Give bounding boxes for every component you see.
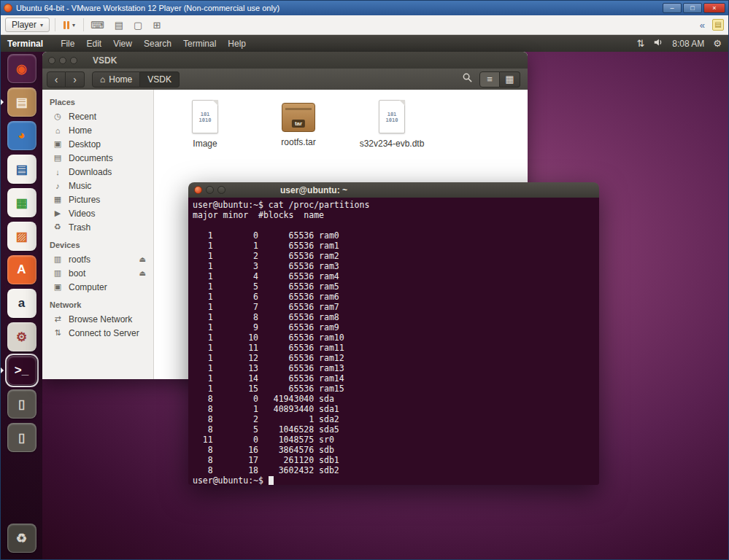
- terminal-screen[interactable]: user@ubuntu:~$ cat /proc/partitions majo…: [188, 198, 599, 485]
- devices-header: Devices: [42, 234, 153, 252]
- sidebar-item[interactable]: ▣ Desktop: [42, 137, 153, 151]
- launcher-item[interactable]: ▤: [1, 152, 42, 186]
- collapse-toolbar-icon[interactable]: «: [700, 20, 705, 31]
- file-item[interactable]: tar rootfs.tar: [262, 100, 335, 147]
- player-menu-label: Player: [12, 20, 36, 30]
- sidebar-item-label: Home: [69, 125, 92, 136]
- sidebar-item-label: Videos: [69, 209, 95, 219]
- network-list: ⇄ Browse Network ⇅ Connect to Server: [42, 312, 153, 340]
- sidebar-item[interactable]: ▶ Videos: [42, 206, 153, 220]
- vm-toolbar-icon[interactable]: ⊞: [151, 20, 162, 31]
- clock-indicator[interactable]: 8:08 AM: [672, 39, 704, 49]
- file-icon-text: tar: [292, 120, 305, 128]
- places-list: ◷ Recent ⌂ Home ▣ Desktop: [42, 109, 153, 234]
- launcher-item[interactable]: ◉: [1, 52, 42, 85]
- maximize-button[interactable]: □: [683, 3, 702, 13]
- sidebar-item[interactable]: ⌂ Home: [42, 123, 153, 137]
- place-icon: ♻: [53, 222, 63, 232]
- sidebar-item[interactable]: ♻ Trash: [42, 220, 153, 234]
- sidebar-item-label: Music: [69, 181, 91, 191]
- player-menu-button[interactable]: Player ▾: [5, 18, 50, 32]
- file-name: rootfs.tar: [262, 137, 335, 147]
- eject-icon[interactable]: ⏏: [139, 269, 146, 277]
- sound-indicator-icon[interactable]: [653, 37, 663, 50]
- launcher-item-trash[interactable]: ♻: [1, 521, 42, 555]
- terminal-prompt: user@ubuntu:~$: [193, 475, 269, 485]
- sidebar-item[interactable]: ⇄ Browse Network: [42, 312, 153, 326]
- library-icon[interactable]: ▤: [712, 19, 724, 31]
- menu-item[interactable]: View: [107, 39, 138, 49]
- file-item[interactable]: 101 1010 s32v234-evb.dtb: [355, 100, 428, 149]
- terminal-titlebar[interactable]: user@ubuntu: ~: [188, 182, 599, 198]
- launcher-item[interactable]: ▯: [1, 421, 42, 454]
- launcher-item[interactable]: ▦: [1, 186, 42, 219]
- terminal-title: user@ubuntu: ~: [280, 185, 347, 195]
- launcher-item[interactable]: ◕: [1, 119, 42, 152]
- terminal-window: user@ubuntu: ~ user@ubuntu:~$ cat /proc/…: [188, 182, 599, 485]
- eject-icon[interactable]: ⏏: [139, 255, 146, 263]
- place-icon: ↓: [53, 168, 63, 176]
- launcher-item[interactable]: ▤: [1, 85, 42, 119]
- file-name: s32v234-evb.dtb: [355, 139, 428, 149]
- sidebar-item[interactable]: ▥ boot ⏏: [42, 266, 153, 280]
- terminal-cursor: [269, 476, 274, 485]
- sidebar-item[interactable]: ♪ Music: [42, 179, 153, 192]
- launcher-item[interactable]: ⚙: [1, 320, 42, 354]
- minimize-icon[interactable]: [59, 57, 66, 64]
- launcher-item[interactable]: ▨: [1, 219, 42, 253]
- minimize-button[interactable]: –: [663, 3, 682, 13]
- vmware-titlebar[interactable]: Ubuntu 64-bit - VMware Workstation 12 Pl…: [1, 1, 728, 15]
- unity-launcher: ♻ ◉ ▤ ◕ ▤: [1, 52, 42, 559]
- app-icon: ▤: [7, 88, 36, 117]
- network-indicator-icon[interactable]: ⇅: [636, 38, 644, 49]
- vm-toolbar-icon[interactable]: ▢: [132, 20, 144, 31]
- file-item[interactable]: 101 1010 Image: [169, 100, 242, 149]
- breadcrumb-home[interactable]: ⌂ Home: [92, 71, 140, 88]
- close-icon[interactable]: [48, 57, 55, 64]
- vm-toolbar-icon[interactable]: ⌨: [89, 20, 106, 31]
- place-icon: ▶: [53, 209, 63, 218]
- launcher-item[interactable]: A: [1, 253, 42, 287]
- maximize-icon[interactable]: [70, 57, 77, 64]
- sidebar-item[interactable]: ▣ Computer: [42, 280, 153, 294]
- file-icon-text: 101 1010: [379, 112, 404, 123]
- breadcrumb-current[interactable]: VSDK: [140, 71, 180, 88]
- sidebar-item[interactable]: ◷ Recent: [42, 109, 153, 123]
- app-icon: A: [7, 255, 36, 284]
- app-icon: ▯: [7, 389, 36, 419]
- back-button[interactable]: ‹: [47, 71, 66, 88]
- suspend-button[interactable]: ▾: [61, 20, 78, 31]
- close-button[interactable]: ×: [703, 3, 725, 13]
- sidebar-item[interactable]: ▤ Documents: [42, 151, 153, 165]
- minimize-icon[interactable]: [206, 186, 214, 194]
- launcher-item[interactable]: a: [1, 287, 42, 320]
- vm-toolbar-icon[interactable]: ▤: [113, 20, 125, 31]
- menu-item[interactable]: Help: [222, 39, 252, 49]
- launcher-item[interactable]: >_: [1, 354, 42, 387]
- search-icon[interactable]: [462, 72, 473, 86]
- vmware-toolbar: Player ▾ ▾ ⌨ ▤ ▢ ⊞ « ▤: [1, 15, 728, 35]
- ubuntu-vm-icon: [4, 4, 12, 12]
- sidebar-item[interactable]: ↓ Downloads: [42, 165, 153, 179]
- maximize-icon[interactable]: [217, 186, 225, 194]
- menu-item[interactable]: Search: [138, 39, 177, 49]
- menu-item[interactable]: Terminal: [177, 39, 222, 49]
- file-manager-titlebar[interactable]: VSDK: [42, 52, 528, 69]
- network-icon: ⇄: [53, 314, 63, 324]
- sidebar-item[interactable]: ▥ rootfs ⏏: [42, 252, 153, 266]
- app-icon: a: [7, 289, 36, 318]
- file-name: Image: [169, 139, 242, 149]
- forward-button[interactable]: ›: [66, 71, 85, 88]
- sidebar-item[interactable]: ▦ Pictures: [42, 192, 153, 206]
- grid-view-button[interactable]: ▦: [500, 71, 520, 88]
- sidebar-item[interactable]: ⇅ Connect to Server: [42, 326, 153, 340]
- network-header: Network: [42, 294, 153, 312]
- menu-item[interactable]: Edit: [80, 39, 107, 49]
- launcher-item[interactable]: ▯: [1, 387, 42, 421]
- list-view-button[interactable]: ≡: [479, 71, 500, 88]
- session-gear-icon[interactable]: ⚙: [713, 38, 722, 49]
- drive-icon: ▣: [53, 282, 63, 292]
- trash-icon: ♻: [7, 524, 36, 553]
- close-icon[interactable]: [194, 186, 202, 194]
- menu-item[interactable]: File: [55, 39, 80, 49]
